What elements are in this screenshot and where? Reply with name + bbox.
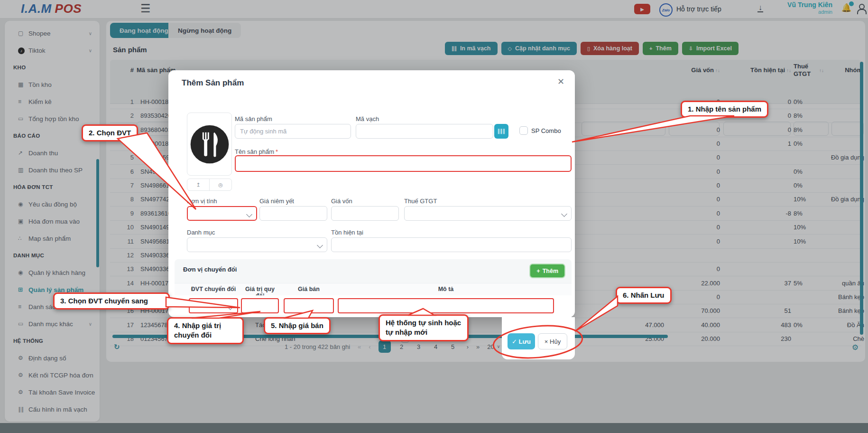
col-dvt-chuyen-doi: ĐVT chuyển đổi [189, 286, 238, 292]
modal-footer: ✓ Lưu × Hủy [502, 317, 575, 359]
ten-san-pham-input[interactable] [235, 155, 572, 172]
chevron-down-icon [246, 211, 252, 217]
add-product-modal: Thêm Sản phẩm ✕ ↥ ◎ Mã sản phẩm Mã vạch … [168, 70, 575, 317]
ma-vach-input[interactable] [356, 124, 493, 139]
mo-ta-input[interactable] [338, 298, 554, 313]
barcode-button[interactable]: ∥∥∥ [494, 124, 508, 139]
danh-muc-select[interactable] [187, 237, 327, 252]
col-gia-ban: Giá bán [284, 286, 334, 292]
gia-niem-yet-label: Giá niêm yết [259, 198, 294, 205]
product-image-placeholder[interactable] [187, 113, 232, 176]
gia-tri-quy-doi-input[interactable] [241, 298, 279, 313]
callout-2: 2. Chọn ĐVT [82, 124, 138, 141]
sp-combo-label: SP Combo [531, 127, 561, 134]
upload-image-icon[interactable]: ↥ [187, 179, 210, 190]
callout-5: 5. Nhập giá bán [264, 317, 331, 334]
gia-ban-input[interactable] [284, 298, 334, 313]
ma-vach-label: Mã vạch [356, 115, 379, 122]
callout-3: 3. Chọn ĐVT chuyển sang [53, 292, 170, 310]
thue-gtgt-select[interactable] [404, 206, 572, 221]
conversion-section: Đơn vị chuyển đổi +Thêm ĐVT chuyển đổi G… [175, 259, 572, 317]
plus-icon: + [536, 268, 540, 274]
col-mo-ta: Mô tả [338, 286, 554, 292]
ton-hien-tai-input[interactable] [331, 237, 572, 252]
modal-title: Thêm Sản phẩm [182, 78, 244, 88]
required-mark: * [276, 148, 278, 155]
preview-image-icon[interactable]: ◎ [210, 179, 231, 190]
app-screen: I.A.MPOS ☰ ▶ Zalo Hỗ trợ trực tiếp ↓ Vũ … [0, 0, 868, 433]
close-icon[interactable]: ✕ [557, 76, 564, 87]
dvt-chuyen-doi-select[interactable] [189, 298, 238, 313]
add-conversion-button[interactable]: +Thêm [529, 264, 565, 278]
callout-6: 6. Nhấn Lưu [616, 287, 672, 304]
gia-von-label: Giá vốn [331, 198, 352, 205]
callout-1: 1. Nhập tên sản phẩm [681, 101, 768, 118]
fork-knife-icon [190, 124, 230, 164]
cancel-button[interactable]: × Hủy [538, 333, 567, 349]
gia-von-input[interactable] [331, 206, 399, 221]
chevron-down-icon [227, 304, 233, 310]
ton-hien-tai-label: Tồn hiện tại [331, 229, 363, 236]
chevron-down-icon [317, 242, 323, 248]
don-vi-tinh-label: Đơn vị tính [187, 198, 217, 205]
conversion-table-header: ĐVT chuyển đổi Giá trị quy đổi Giá bán M… [175, 283, 572, 296]
sp-combo-checkbox[interactable] [519, 126, 528, 135]
gia-niem-yet-input[interactable] [259, 206, 327, 221]
image-actions: ↥ ◎ [187, 179, 232, 191]
save-button[interactable]: ✓ Lưu [508, 333, 535, 349]
chevron-down-icon [561, 211, 567, 217]
conversion-title: Đơn vị chuyển đổi [183, 266, 237, 273]
thue-gtgt-label: Thuế GTGT [404, 198, 437, 205]
don-vi-tinh-select[interactable] [187, 206, 257, 221]
callout-auto: Hệ thống tự sinh hoặc tự nhập mới [379, 314, 469, 341]
ma-san-pham-label: Mã sản phẩm [235, 115, 272, 122]
conversion-row [175, 295, 572, 317]
ten-san-pham-label: Tên sản phẩm* [235, 148, 278, 155]
ma-san-pham-input[interactable] [235, 124, 351, 139]
danh-muc-label: Danh mục [187, 229, 215, 236]
callout-4: 4. Nhập giá trị chuyển đổi [167, 317, 244, 344]
